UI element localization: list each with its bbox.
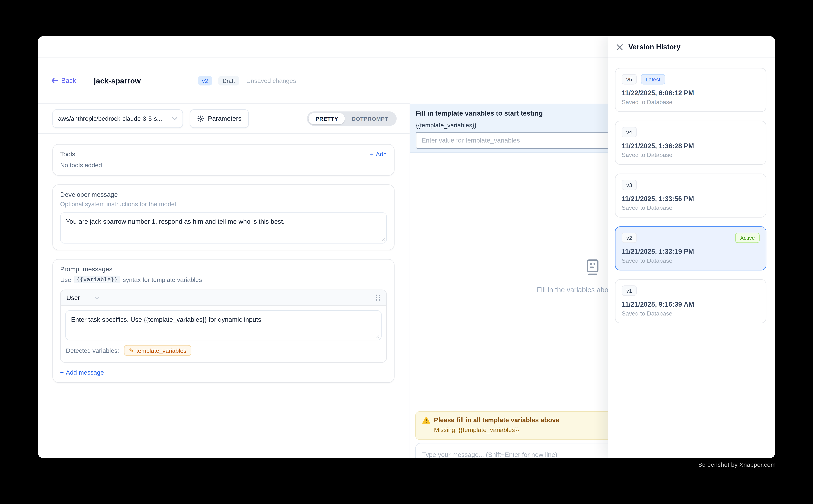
latest-badge: Latest xyxy=(641,74,665,84)
version-timestamp: 11/21/2025, 9:16:39 AM xyxy=(622,301,760,308)
pencil-icon: ✎ xyxy=(129,347,134,354)
version-source: Saved to Database xyxy=(622,310,760,317)
version-source: Saved to Database xyxy=(622,152,760,158)
add-message-label: Add message xyxy=(66,369,104,376)
chevron-down-icon xyxy=(172,117,177,120)
add-message-row: + Add message xyxy=(60,369,387,376)
tools-title: Tools xyxy=(60,151,75,158)
tools-card: Tools + Add No tools added xyxy=(52,144,394,176)
detected-variables-label: Detected variables: xyxy=(66,347,119,354)
hint-suffix: syntax for template variables xyxy=(123,276,202,283)
version-source: Saved to Database xyxy=(622,205,760,211)
version-timestamp: 11/21/2025, 1:33:56 PM xyxy=(622,195,760,203)
version-timestamp: 11/21/2025, 1:36:28 PM xyxy=(622,142,760,150)
toggle-pretty[interactable]: PRETTY xyxy=(309,113,345,124)
parameters-button[interactable]: Parameters xyxy=(190,109,249,128)
version-number-badge: v1 xyxy=(622,285,637,296)
developer-message-title: Developer message xyxy=(60,191,387,198)
developer-message-card: Developer message Optional system instru… xyxy=(52,184,394,250)
app-window: Back jack-sparrow v2 Draft Unsaved chang… xyxy=(38,36,775,458)
drag-handle-icon[interactable] xyxy=(375,294,381,301)
version-item-v5[interactable]: v5 Latest 11/22/2025, 6:08:12 PM Saved t… xyxy=(615,68,766,112)
prompt-title-row: Back jack-sparrow v2 Draft Unsaved chang… xyxy=(38,58,410,104)
page-title: jack-sparrow xyxy=(94,76,141,85)
add-tool-label: Add xyxy=(376,151,387,158)
plus-icon: + xyxy=(370,151,374,158)
version-badge: v2 xyxy=(198,76,212,85)
plus-icon: + xyxy=(60,369,64,376)
hint-prefix: Use xyxy=(60,276,71,283)
message-header: User xyxy=(61,290,386,306)
version-item-v3[interactable]: v3 11/21/2025, 1:33:56 PM Saved to Datab… xyxy=(615,174,766,218)
xnapper-watermark: Screenshot by Xnapper.com xyxy=(698,462,776,468)
version-history-panel: Version History v5 Latest 11/22/2025, 6:… xyxy=(608,36,775,458)
warning-title: Please fill in all template variables ab… xyxy=(434,416,559,424)
active-badge: Active xyxy=(735,233,760,243)
bot-icon xyxy=(585,259,600,278)
message-block: User xyxy=(60,290,387,363)
version-history-header: Version History xyxy=(608,36,775,58)
parameters-label: Parameters xyxy=(208,115,241,122)
editor-cards: Tools + Add No tools added Developer mes… xyxy=(38,134,410,383)
back-button[interactable]: Back xyxy=(51,77,76,84)
version-number-badge: v3 xyxy=(622,180,637,190)
version-source: Saved to Database xyxy=(622,99,760,105)
version-item-v4[interactable]: v4 11/21/2025, 1:36:28 PM Saved to Datab… xyxy=(615,121,766,165)
version-number-badge: v4 xyxy=(622,127,637,137)
back-label: Back xyxy=(61,77,76,84)
message-body: Enter task specifics. Use {{template_var… xyxy=(61,306,386,362)
prompt-editor-panel: Back jack-sparrow v2 Draft Unsaved chang… xyxy=(38,58,410,458)
add-tool-button[interactable]: + Add xyxy=(370,151,387,158)
variable-code-chip: {{variable}} xyxy=(74,276,120,283)
version-timestamp: 11/22/2025, 6:08:12 PM xyxy=(622,89,760,97)
unsaved-changes-text: Unsaved changes xyxy=(246,77,296,84)
screenshot-stage: Screenshot by Xnapper.com Back jack-spar… xyxy=(0,0,813,504)
warning-triangle-icon xyxy=(422,416,430,424)
editor-toolbar: aws/anthropic/bedrock-claude-3-5-s... Pa… xyxy=(38,104,410,134)
version-item-v2[interactable]: v2 Active 11/21/2025, 1:33:19 PM Saved t… xyxy=(615,226,766,270)
model-select-value: aws/anthropic/bedrock-claude-3-5-s... xyxy=(58,115,169,122)
version-source: Saved to Database xyxy=(622,258,760,264)
developer-message-textarea[interactable]: You are jack sparrow number 1, respond a… xyxy=(60,212,387,244)
resize-grip-icon[interactable] xyxy=(376,335,380,338)
add-message-button[interactable]: + Add message xyxy=(60,369,104,376)
model-select[interactable]: aws/anthropic/bedrock-claude-3-5-s... xyxy=(52,109,183,128)
version-history-title: Version History xyxy=(629,43,681,51)
developer-message-subtitle: Optional system instructions for the mod… xyxy=(60,200,387,208)
tools-empty-text: No tools added xyxy=(60,162,387,169)
gear-icon xyxy=(197,115,204,122)
toggle-dotprompt[interactable]: DOTPROMPT xyxy=(345,113,395,124)
template-variable-chip[interactable]: ✎ template_variables xyxy=(124,345,191,356)
view-mode-toggle: PRETTY DOTPROMPT xyxy=(307,111,397,126)
chevron-down-icon xyxy=(95,296,100,299)
version-number-badge: v5 xyxy=(622,74,637,84)
version-timestamp: 11/21/2025, 1:33:19 PM xyxy=(622,248,760,255)
resize-grip-icon[interactable] xyxy=(381,238,385,241)
role-select-value: User xyxy=(66,294,80,301)
user-message-textarea[interactable]: Enter task specifics. Use {{template_var… xyxy=(65,310,382,340)
version-item-v1[interactable]: v1 11/21/2025, 9:16:39 AM Saved to Datab… xyxy=(615,279,766,323)
draft-status-badge: Draft xyxy=(219,76,239,85)
version-number-badge: v2 xyxy=(622,233,637,243)
close-icon[interactable] xyxy=(615,42,625,52)
role-select[interactable]: User xyxy=(66,294,100,301)
template-variable-name: template_variables xyxy=(136,347,186,354)
prompt-messages-card: Prompt messages Use {{variable}} syntax … xyxy=(52,259,394,383)
arrow-left-icon xyxy=(51,78,58,83)
version-list: v5 Latest 11/22/2025, 6:08:12 PM Saved t… xyxy=(608,58,775,323)
variable-syntax-hint: Use {{variable}} syntax for template var… xyxy=(60,276,387,283)
detected-variables-row: Detected variables: ✎ template_variables xyxy=(66,345,381,356)
prompt-messages-title: Prompt messages xyxy=(60,266,387,273)
